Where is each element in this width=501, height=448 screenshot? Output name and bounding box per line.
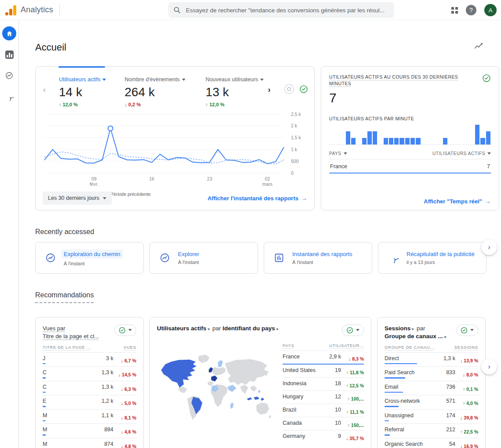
table-row[interactable]: United States19↑ 11,8 % [283,365,364,378]
recent-card-explorer[interactable]: Explorer À l'instant [149,242,258,274]
metric-new-users[interactable]: Nouveaux utilisateurs 13 k ↑ 12,0 % [206,76,264,107]
avatar[interactable]: A [484,4,497,16]
pages-views-card: Vues par Titre de la page et cl... TITRE… [35,317,144,448]
metric-active-users[interactable]: Utilisateurs actifs 14 k ↑ 12,0 % [59,76,106,107]
metrics-prev-icon[interactable]: ‹ [39,84,50,95]
sidebar-item-home[interactable] [2,26,16,40]
sidebar-item-explore[interactable] [2,69,16,83]
column-header[interactable]: TITRE DE LA PAGE ... [43,345,91,350]
table-row[interactable]: C1,3 k↓ 6,3 % [43,381,136,396]
chevron-down-icon [128,329,132,331]
per-minute-bar-chart [329,125,491,145]
anomaly-detection-icon[interactable] [284,84,294,94]
recently-next-button[interactable]: › [481,239,497,255]
table-row[interactable]: M894↓ 4,6 % [43,424,136,438]
metrics-next-icon[interactable]: › [264,84,274,95]
sidebar-item-advertising[interactable] [2,90,16,104]
column-header[interactable]: UTILISATEUR... [329,343,364,348]
table-row[interactable]: Direct1,3 k↓ 13,9 % [385,353,478,367]
insight-status-pill[interactable] [456,325,478,336]
reports-snapshot-link[interactable]: Afficher l'instantané des rapports→ [207,195,307,202]
value-bar [43,420,46,422]
table-row[interactable]: Unassigned174↓ 39,8 % [385,410,478,424]
recent-time: il y a 13 jours [407,260,475,265]
recent-card-reports-snapshot[interactable]: Instantané des rapports À l'instant [264,242,372,274]
metric-delta: ↓ 0,2 % [124,102,185,107]
table-row[interactable]: Cross-network571↑ 4,0 % [385,395,478,410]
metric-label: Nouveaux utilisateurs [206,76,258,83]
advertising-icon [5,92,14,101]
metric-event-count[interactable]: Nombre d'événements 264 k ↓ 0,2 % [124,76,185,107]
value-bar [385,420,389,422]
minute-bar [480,138,485,145]
minute-bar [443,138,447,145]
card-title: Utilisateurs actifs par Identifiant du p… [157,325,280,332]
minute-bar [389,138,393,145]
table-row[interactable]: Email736↑ 0,1 % [385,381,478,396]
table-row[interactable]: Paid Search833↓ 8,0 % [385,367,478,381]
table-row[interactable]: France2,9 k↓ 8,3 % [283,351,364,365]
card-title: Vues par Titre de la page et cl... [43,325,99,340]
recently-accessed-heading: Recently accessed [35,228,501,236]
chevron-down-icon [103,197,106,199]
analytics-logo-icon [5,5,16,15]
table-row[interactable]: Referral212↑ 22,5 % [385,424,478,438]
realtime-table-row[interactable]: France 7 [329,159,491,173]
advertising-icon [388,253,399,263]
recent-time: À l'instant [64,261,123,266]
table-row[interactable]: Canada10↑ 150,... [283,417,364,430]
table-row[interactable]: M874↓ 4,8 % [43,438,136,448]
table-row[interactable]: Brazil10↑ 11,1 % [283,404,364,417]
table-row[interactable]: Germany9↓ 35,7 % [283,430,364,443]
check-circle-icon[interactable] [482,74,491,83]
recommendations-next-button[interactable]: › [481,359,497,375]
column-header[interactable]: PAYS [283,343,294,348]
recommendations-heading: Recommandations [35,291,94,303]
sidebar-item-reports[interactable] [2,47,16,61]
insight-status-pill[interactable] [114,325,136,336]
column-header[interactable]: SESSIONS [454,345,478,350]
table-row[interactable]: Hungary12↑ 100,... [283,391,364,404]
table-row[interactable]: Indonesia18↑ 12,5 % [283,378,364,391]
realtime-col-country[interactable]: PAYS [329,151,347,156]
check-circle-icon[interactable] [299,85,308,94]
trend-chart: 2,5 k2 k1,5 k1 k500009févr.162302mars [41,112,311,191]
value-bar [385,377,405,379]
table-row[interactable]: J3 k↓ 6,7 % [43,353,136,367]
search-bar[interactable] [168,2,394,18]
chevron-down-icon [444,336,447,338]
minute-bar [394,138,399,145]
realtime-link[interactable]: Afficher "Temps réel"→ [424,198,491,205]
insight-status-pill[interactable] [342,325,364,336]
value-bar [43,363,46,365]
chevron-down-icon [411,329,414,330]
topbar: Analytics ? A [0,0,501,20]
column-header[interactable]: GROUPE DE CANAU... [385,345,434,350]
country-value: 7 [487,163,490,170]
metric-delta: ↑ 12,0 % [206,102,264,107]
search-input[interactable] [185,7,389,14]
recent-time: À l'instant [178,260,199,265]
minute-bar [367,131,372,145]
date-range-button[interactable]: Les 30 derniers jours [43,191,112,205]
realtime-col-users[interactable]: UTILISATEURS ACTIFS [432,151,491,156]
table-row[interactable]: M1,1 k↓ 8,1 % [43,410,136,424]
apps-grid-icon[interactable] [451,7,458,14]
table-row[interactable]: E1,2 k↓ 5,0 % [43,395,136,410]
overview-card: ‹ Utilisateurs actifs 14 k ↑ 12,0 % Nomb… [35,66,315,210]
value-bar [385,406,399,407]
table-row[interactable]: Organic Search54↓ 16,9 % [385,438,478,448]
column-header[interactable]: VUES [123,345,136,350]
recent-card-path-exploration[interactable]: Exploration du chemin À l'instant [35,242,144,274]
svg-text:16: 16 [149,176,154,181]
svg-text:23: 23 [207,176,212,181]
recent-card-advertising[interactable]: Récapitulatif de la publicité il y a 13 … [378,242,486,274]
active-users-by-country-card: Utilisateurs actifs par Identifiant du p… [149,317,371,448]
insights-icon[interactable] [474,42,483,53]
svg-text:1,5 k: 1,5 k [291,135,301,141]
svg-text:02: 02 [265,176,270,181]
card-title: Sessions par Groupe de canaux ... [385,325,447,340]
value-bar [43,377,46,379]
help-icon[interactable]: ? [466,5,476,15]
table-row[interactable]: C1,3 k↓ 14,5 % [43,367,136,381]
